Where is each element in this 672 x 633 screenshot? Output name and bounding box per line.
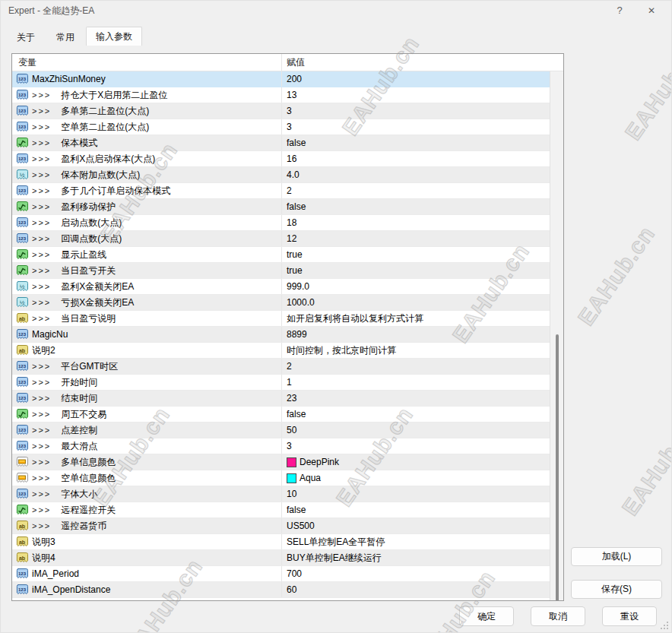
vertical-scrollbar[interactable] [550,71,563,600]
param-value-cell[interactable]: 999.0 [281,279,563,294]
param-name-cell[interactable]: >>>多单信息颜色 [12,454,281,470]
close-icon[interactable]: ✕ [639,2,664,19]
param-name-cell[interactable]: 123MaxZhiSunMoney [12,71,281,87]
param-row[interactable]: >>>空单信息颜色Aqua [12,470,563,486]
param-name-cell[interactable]: 123>>>盈利X点启动保本(大点) [12,151,281,166]
param-value-cell[interactable]: false [281,199,563,214]
param-name-cell[interactable]: 123>>>点差控制 [12,423,281,438]
param-value-cell[interactable]: 13 [281,87,563,103]
column-header-variable[interactable]: 变量 [12,54,281,71]
param-row[interactable]: 123>>>空单第二止盈位(大点)3 [12,119,563,135]
param-value-cell[interactable]: 200 [281,71,563,87]
param-value-cell[interactable]: DeepPink [281,454,563,470]
param-name-cell[interactable]: >>>盈利移动保护 [12,199,281,214]
save-button[interactable]: 保存(S) [571,580,662,599]
scrollbar-thumb[interactable] [556,334,559,600]
param-row[interactable]: 123>>>最大滑点3 [12,438,563,454]
param-value-cell[interactable]: 2 [281,359,563,374]
param-name-cell[interactable]: ab说明4 [12,550,281,565]
param-value-cell[interactable]: 12 [281,231,563,246]
param-name-cell[interactable]: 123>>>多于几个订单启动保本模式 [12,183,281,198]
param-name-cell[interactable]: 123>>>最大滑点 [12,438,281,454]
cancel-button[interactable]: 取消 [531,606,585,626]
param-row[interactable]: ab说明2时间控制，按北京时间计算 [12,343,563,359]
load-button[interactable]: 加载(L) [571,547,662,566]
param-value-cell[interactable]: Aqua [281,470,563,486]
param-value-cell[interactable]: 16 [281,151,563,166]
help-icon[interactable]: ? [607,2,632,19]
param-value-cell[interactable]: 10 [281,486,563,502]
param-value-cell[interactable]: 8899 [281,327,563,342]
param-value-cell[interactable]: 2 [281,183,563,198]
param-value-cell[interactable]: BUY单控制EA继续运行 [281,550,563,565]
param-name-cell[interactable]: ½>>>保本附加点数(大点) [12,167,281,182]
param-name-cell[interactable]: 123iMA_Period [12,566,281,581]
param-value-cell[interactable]: 时间控制，按北京时间计算 [281,343,563,358]
param-name-cell[interactable]: ½>>>亏损X金额关闭EA [12,295,281,310]
param-row[interactable]: 123>>>字体大小10 [12,486,563,502]
param-name-cell[interactable]: 123>>>持仓大于X启用第二止盈位 [12,87,281,103]
param-name-cell[interactable]: ab说明3 [12,534,281,549]
param-row[interactable]: 123>>>持仓大于X启用第二止盈位13 [12,87,563,103]
param-value-cell[interactable]: false [281,407,563,422]
param-value-cell[interactable]: SELL单控制EA全平暂停 [281,534,563,549]
param-row[interactable]: ½>>>亏损X金额关闭EA1000.0 [12,295,563,311]
reset-button[interactable]: 重设 [602,606,657,626]
param-row[interactable]: >>>当日盈亏开关true [12,263,563,279]
param-name-cell[interactable]: >>>远程遥控开关 [12,502,281,517]
param-row[interactable]: >>>周五不交易false [12,407,563,423]
param-row[interactable]: 123>>>多于几个订单启动保本模式2 [12,183,563,199]
param-row[interactable]: >>>显示止盈线true [12,247,563,263]
param-row[interactable]: ab说明4BUY单控制EA继续运行 [12,550,563,566]
param-row[interactable]: ab>>>遥控器货币US500 [12,518,563,534]
tab-inputs[interactable]: 输入参数 [86,27,142,46]
tab-about[interactable]: 关于 [7,28,45,46]
column-header-value[interactable]: 赋值 [281,54,563,71]
param-row[interactable]: 123>>>平台GMT时区2 [12,359,563,375]
param-name-cell[interactable]: >>>保本模式 [12,135,281,150]
param-row[interactable]: 123>>>结束时间23 [12,391,563,407]
param-row[interactable]: 123MaxZhiSunMoney200 [12,71,563,87]
param-name-cell[interactable]: 123MagicNu [12,327,281,342]
param-value-cell[interactable]: 50 [281,423,563,438]
param-row[interactable]: 123>>>点差控制50 [12,423,563,438]
param-row[interactable]: >>>远程遥控开关false [12,502,563,518]
param-name-cell[interactable]: 123>>>开始时间 [12,375,281,390]
param-row[interactable]: 123iMA_Period700 [12,566,563,582]
param-row[interactable]: ½>>>保本附加点数(大点)4.0 [12,167,563,183]
param-row[interactable]: ab>>>当日盈亏说明如开启复利将自动以复利方式计算 [12,311,563,327]
ok-button[interactable]: 确定 [459,606,514,626]
param-name-cell[interactable]: 123>>>多单第二止盈位(大点) [12,103,281,119]
param-value-cell[interactable]: true [281,247,563,262]
param-name-cell[interactable]: ½>>>盈利X金额关闭EA [12,279,281,294]
param-value-cell[interactable]: 18 [281,215,563,230]
param-value-cell[interactable]: US500 [281,518,563,533]
param-row[interactable]: 123>>>开始时间1 [12,375,563,391]
param-row[interactable]: ab说明3SELL单控制EA全平暂停 [12,534,563,550]
param-row[interactable]: >>>多单信息颜色DeepPink [12,454,563,470]
param-name-cell[interactable]: >>>显示止盈线 [12,247,281,262]
param-row[interactable]: 123>>>启动点数(大点)18 [12,215,563,231]
param-row[interactable]: >>>盈利移动保护false [12,199,563,215]
param-value-cell[interactable]: 60 [281,582,563,597]
param-row[interactable]: >>>保本模式false [12,135,563,151]
resize-grip-icon[interactable] [660,621,668,629]
param-row[interactable]: 123>>>回调点数(大点)12 [12,231,563,247]
param-value-cell[interactable]: false [281,135,563,150]
param-name-cell[interactable]: ab>>>当日盈亏说明 [12,311,281,326]
param-value-cell[interactable]: 如开启复利将自动以复利方式计算 [281,311,563,326]
param-row[interactable]: 123iMA_OpenDistance60 [12,582,563,598]
param-value-cell[interactable]: 1000.0 [281,295,563,310]
param-name-cell[interactable]: >>>空单信息颜色 [12,470,281,486]
param-name-cell[interactable]: 123>>>回调点数(大点) [12,231,281,246]
param-name-cell[interactable]: 123>>>字体大小 [12,486,281,502]
param-name-cell[interactable]: ab说明2 [12,343,281,358]
param-name-cell[interactable]: 123>>>平台GMT时区 [12,359,281,374]
param-name-cell[interactable]: >>>当日盈亏开关 [12,263,281,278]
param-name-cell[interactable]: 123>>>启动点数(大点) [12,215,281,230]
param-name-cell[interactable]: 123>>>空单第二止盈位(大点) [12,119,281,135]
param-value-cell[interactable]: false [281,502,563,517]
param-row[interactable]: 123>>>多单第二止盈位(大点)3 [12,103,563,119]
param-name-cell[interactable]: 123>>>结束时间 [12,391,281,406]
param-value-cell[interactable]: 3 [281,438,563,454]
